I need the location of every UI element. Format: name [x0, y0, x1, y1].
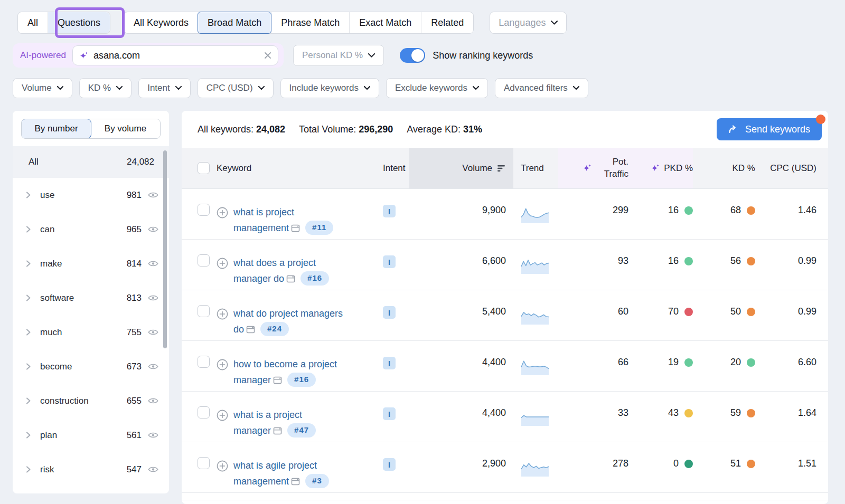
intent-badge[interactable]: I: [383, 306, 396, 319]
intent-badge[interactable]: I: [383, 255, 396, 268]
chevron-right-icon[interactable]: [26, 397, 31, 404]
eye-icon[interactable]: [148, 260, 158, 267]
sidebar-item-become[interactable]: become 673: [13, 349, 169, 384]
serp-icon[interactable]: [273, 376, 282, 384]
show-ranking-keywords-toggle[interactable]: [400, 48, 425, 63]
tab-exact-match[interactable]: Exact Match: [349, 12, 421, 33]
add-keyword-icon[interactable]: [217, 207, 228, 218]
sidebar-scrollbar[interactable]: [163, 150, 167, 348]
eye-icon[interactable]: [148, 466, 158, 473]
chevron-right-icon[interactable]: [26, 294, 31, 301]
personal-kd-dropdown[interactable]: Personal KD %: [293, 45, 384, 66]
keyword-link[interactable]: what is project management#11: [233, 205, 333, 236]
exclude-keywords-dropdown[interactable]: Exclude keywords: [386, 78, 488, 98]
ranking-position-badge[interactable]: #47: [287, 423, 316, 438]
column-header-pot-traffic[interactable]: Pot. Traffic: [558, 148, 628, 188]
add-keyword-icon[interactable]: [217, 410, 228, 421]
serp-icon[interactable]: [286, 275, 295, 283]
add-keyword-icon[interactable]: [217, 460, 228, 472]
volume-filter-dropdown[interactable]: Volume: [13, 78, 72, 98]
keyword-link[interactable]: what is agile project management#3: [233, 458, 329, 490]
row-checkbox[interactable]: [198, 204, 210, 216]
tab-questions[interactable]: Questions: [48, 12, 110, 33]
tab-all[interactable]: All: [18, 12, 48, 33]
eye-icon[interactable]: [148, 294, 158, 301]
column-header-kd[interactable]: KD %: [693, 148, 755, 188]
tab-broad-match[interactable]: Broad Match: [198, 12, 271, 34]
eye-icon[interactable]: [148, 363, 158, 370]
tab-related[interactable]: Related: [421, 12, 473, 33]
chevron-right-icon[interactable]: [26, 363, 31, 370]
row-checkbox[interactable]: [198, 356, 210, 368]
add-keyword-icon[interactable]: [217, 308, 228, 320]
sidebar-item-can[interactable]: can 965: [13, 212, 169, 246]
ranking-position-badge[interactable]: #24: [260, 322, 289, 336]
send-keywords-button[interactable]: Send keywords: [717, 118, 822, 140]
include-keywords-dropdown[interactable]: Include keywords: [280, 78, 379, 98]
chevron-right-icon[interactable]: [26, 466, 31, 473]
sidebar-all-count: 24,082: [127, 157, 154, 167]
by-volume-tab[interactable]: By volume: [91, 119, 160, 138]
chevron-right-icon[interactable]: [26, 260, 31, 267]
row-checkbox[interactable]: [198, 457, 210, 469]
column-header-intent[interactable]: Intent: [383, 148, 409, 188]
sidebar-item-use[interactable]: use 981: [13, 178, 169, 212]
add-keyword-icon[interactable]: [217, 359, 228, 370]
sidebar-item-make[interactable]: make 814: [13, 246, 169, 281]
eye-icon[interactable]: [148, 192, 158, 198]
chevron-right-icon[interactable]: [26, 192, 31, 198]
keyword-link[interactable]: what do project managers do#24: [233, 306, 343, 338]
column-header-cpc[interactable]: CPC (USD): [755, 148, 828, 188]
kd-filter-dropdown[interactable]: KD %: [79, 78, 132, 98]
keyword-link[interactable]: what does a project manager do#16: [233, 255, 329, 287]
intent-badge[interactable]: I: [383, 357, 396, 369]
keyword-link[interactable]: how to become a project manager#16: [233, 357, 337, 388]
eye-icon[interactable]: [148, 329, 158, 336]
serp-icon[interactable]: [291, 224, 300, 232]
sidebar-item-plan[interactable]: plan 561: [13, 418, 169, 452]
eye-icon[interactable]: [148, 226, 158, 233]
intent-badge[interactable]: I: [383, 458, 396, 471]
intent-filter-dropdown[interactable]: Intent: [138, 78, 191, 98]
tab-phrase-match[interactable]: Phrase Match: [271, 12, 349, 33]
column-header-pkd[interactable]: PKD %: [628, 148, 693, 188]
advanced-filters-dropdown[interactable]: Advanced filters: [495, 78, 588, 98]
keyword-search-box[interactable]: [72, 45, 278, 65]
eye-icon[interactable]: [148, 432, 158, 439]
sidebar-item-much[interactable]: much 755: [13, 315, 169, 349]
eye-icon[interactable]: [148, 397, 158, 404]
tab-all-keywords[interactable]: All Keywords: [124, 12, 198, 33]
chevron-right-icon[interactable]: [26, 226, 31, 233]
row-checkbox[interactable]: [198, 406, 210, 419]
column-header-keyword[interactable]: Keyword: [217, 148, 383, 188]
keyword-link[interactable]: what is a project manager#47: [233, 407, 316, 439]
select-all-checkbox[interactable]: [198, 162, 210, 174]
column-header-volume[interactable]: Volume: [409, 148, 513, 188]
sidebar-item-risk[interactable]: risk 547: [13, 452, 169, 487]
search-input[interactable]: [93, 50, 264, 61]
ranking-position-badge[interactable]: #16: [287, 373, 316, 387]
row-checkbox[interactable]: [198, 254, 210, 267]
kd-status-dot: [747, 409, 755, 417]
sidebar-all-row[interactable]: All 24,082: [13, 146, 169, 178]
row-checkbox[interactable]: [198, 305, 210, 317]
languages-dropdown[interactable]: Languages: [490, 12, 567, 34]
chevron-right-icon[interactable]: [26, 432, 31, 439]
add-keyword-icon[interactable]: [217, 258, 228, 269]
sidebar-item-software[interactable]: software 813: [13, 281, 169, 315]
ranking-position-badge[interactable]: #3: [305, 474, 329, 488]
cpc-filter-dropdown[interactable]: CPC (USD): [198, 78, 274, 98]
intent-badge[interactable]: I: [383, 205, 396, 217]
column-header-trend[interactable]: Trend: [513, 148, 558, 188]
ranking-position-badge[interactable]: #16: [301, 271, 329, 286]
intent-badge[interactable]: I: [383, 407, 396, 420]
serp-icon[interactable]: [291, 478, 300, 486]
send-arrow-icon: [728, 125, 739, 134]
clear-search-icon[interactable]: [264, 52, 271, 59]
serp-icon[interactable]: [246, 326, 255, 334]
serp-icon[interactable]: [273, 427, 282, 435]
ranking-position-badge[interactable]: #11: [305, 221, 333, 235]
sidebar-item-construction[interactable]: construction 655: [13, 384, 169, 418]
by-number-tab[interactable]: By number: [21, 119, 91, 139]
chevron-right-icon[interactable]: [26, 329, 31, 336]
